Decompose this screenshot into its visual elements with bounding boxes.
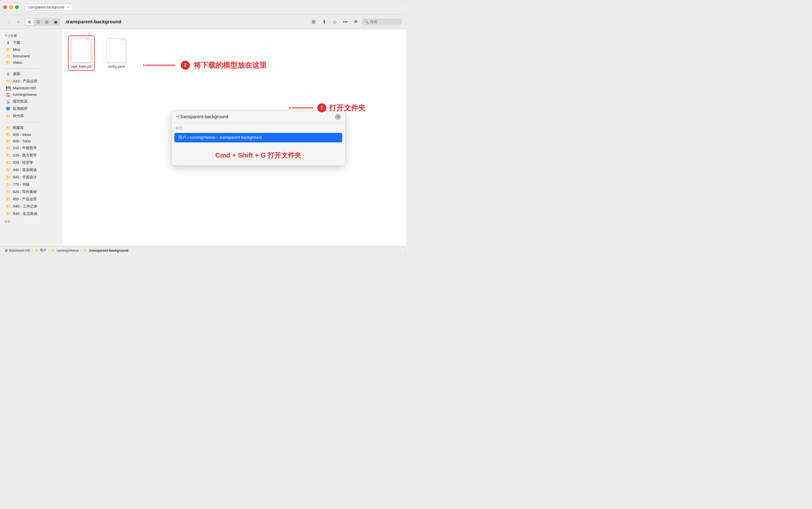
breadcrumb-label: .transparent-background	[89, 248, 128, 252]
grid-view-button[interactable]: ⊞	[25, 19, 34, 25]
sidebar-item-life[interactable]: 📁 B40 - 生活其他	[1, 210, 60, 217]
file-page-ckpt	[72, 38, 91, 62]
sidebar-item-macintosh[interactable]: 💾 Macintosh HD	[1, 85, 60, 91]
sidebar-item-label: 000 - ToDo	[13, 139, 31, 143]
close-button[interactable]	[3, 5, 7, 9]
breadcrumb-label: Macintosh HD	[9, 248, 30, 252]
apps-grid-icon: 🅐	[6, 107, 11, 111]
file-label-ckpt: ckpt_base.pth	[71, 65, 92, 69]
sidebar-item-desktop[interactable]: 🖥 桌面	[1, 70, 60, 77]
tag-button[interactable]: ◇	[330, 18, 339, 26]
sidebar-item-label: Video	[13, 60, 22, 65]
more-button[interactable]: •••	[341, 18, 350, 26]
folder-icon: 📁	[6, 146, 11, 150]
sidebar-item-runningcheese[interactable]: 🏠 runningcheese	[1, 91, 60, 98]
sidebar-item-video[interactable]: 📁 Video	[1, 59, 60, 66]
folder-icon: 📁	[6, 126, 11, 130]
traffic-lights	[3, 5, 19, 9]
home-icon: 🏠	[6, 93, 11, 97]
folder-icon: 📁	[6, 48, 11, 52]
tab-label: .transparent-background	[28, 5, 64, 9]
quicklook-button[interactable]: 👁	[352, 18, 360, 26]
sidebar-item-a10[interactable]: 📁 A10 - 产品运营	[1, 77, 60, 85]
file-page-config	[106, 38, 126, 62]
download-icon: ⬇	[6, 41, 11, 45]
sidebar-item-label: 110 - 中国哲学	[13, 145, 37, 150]
goto-input[interactable]	[175, 114, 332, 120]
minimize-button[interactable]	[9, 5, 13, 9]
sidebar-item-english[interactable]: 📁 440 - 英语阅读	[1, 166, 60, 174]
sidebar-item-label: 320 - 经济学	[13, 160, 33, 165]
search-box[interactable]: 🔍	[362, 19, 401, 25]
goto-close-button[interactable]: ✕	[335, 114, 341, 120]
sidebar-item-software[interactable]: 📁 软件库	[1, 112, 60, 120]
breadcrumb-label: runningcheese	[57, 248, 79, 252]
finder-window: .transparent-background ✕ ‹ › ⊞ ☰ ⊟ ▣	[0, 0, 406, 254]
sidebar-item-label: 档案库	[13, 125, 24, 130]
content-area: ckpt_base.pth config.yaml	[62, 29, 406, 246]
sidebar-item-document[interactable]: 📁 Document	[1, 53, 60, 59]
folder-icon: 📁	[6, 197, 11, 201]
apps-button[interactable]: ⊞	[309, 18, 318, 26]
titlebar: .transparent-background ✕	[0, 0, 406, 14]
forward-button[interactable]: ›	[14, 18, 23, 26]
file-ckpt[interactable]: ckpt_base.pth	[69, 36, 94, 70]
ellipsis-icon: •••	[343, 20, 348, 25]
sidebar-item-west-phil[interactable]: 📁 120 - 西方哲学	[1, 152, 60, 159]
annotation-badge-2: 2	[181, 61, 190, 70]
column-view-button[interactable]: ⊟	[43, 19, 51, 25]
back-button[interactable]: ‹	[4, 18, 12, 26]
sidebar-item-inbox[interactable]: 📁 000 - Inbox	[1, 132, 60, 138]
list-view-button[interactable]: ☰	[34, 19, 42, 25]
search-input[interactable]	[370, 20, 399, 24]
desktop-icon: 🖥	[6, 72, 11, 76]
chevron-left-icon: ‹	[8, 20, 9, 25]
folder-icon: 📁	[6, 190, 11, 194]
sidebar-item-label: 桌面	[13, 71, 20, 76]
page-title: .transparent-background	[65, 19, 307, 25]
sidebar-item-misc[interactable]: 📁 Misc	[1, 46, 60, 53]
sidebar-item-label: 软件库	[13, 113, 24, 118]
sidebar-item-work[interactable]: 📁 A40 - 工作记录	[1, 203, 60, 210]
sidebar-item-apps[interactable]: 🅐 应用程序	[1, 105, 60, 112]
folder-icon: 📁	[6, 212, 11, 216]
folder-icon: 📁	[6, 54, 11, 58]
gallery-view-button[interactable]: ▣	[51, 19, 60, 25]
sidebar-item-todo[interactable]: 📁 000 - ToDo	[1, 138, 60, 144]
folder-icon: 📁	[6, 175, 11, 179]
folder-icon: 📁	[6, 133, 11, 137]
goto-suggestion[interactable]: 用户 › runningcheese › .transparent-backgr…	[174, 133, 342, 142]
columns-icon: ⊟	[45, 20, 48, 24]
fullscreen-button[interactable]	[15, 5, 19, 9]
file-config[interactable]: config.yaml	[103, 36, 129, 70]
sidebar-item-label: 640 - 平面设计	[13, 175, 37, 180]
airdrop-icon: 📡	[6, 99, 11, 103]
annotation-text-2: 将下载的模型放在这里	[194, 60, 267, 70]
sidebar-item-label: 120 - 西方哲学	[13, 153, 37, 158]
breadcrumb-users[interactable]: 📁 用户	[35, 248, 47, 253]
goto-dialog: ✕ 前往: 用户 › runningcheese › .transparent-…	[171, 111, 345, 166]
sidebar-item-books[interactable]: 📁 770 - 书籍	[1, 181, 60, 188]
sidebar-item-product[interactable]: 📁 850 - 产品运营	[1, 196, 60, 203]
sidebar-item-label: Macintosh HD	[13, 86, 36, 90]
sidebar-item-cn-phil[interactable]: 📁 110 - 中国哲学	[1, 144, 60, 152]
sidebar-item-label: 应用程序	[13, 106, 28, 111]
sidebar-item-airdrop[interactable]: 📡 隔空投送	[1, 98, 60, 105]
share-button[interactable]: ⬆	[320, 18, 328, 26]
sidebar-item-design[interactable]: 📁 640 - 平面设计	[1, 174, 60, 181]
arrow-left-svg-1	[289, 103, 314, 113]
sidebar-item-downloads[interactable]: ⬇ 下载	[1, 39, 60, 46]
sidebar-item-writing[interactable]: 📁 820 - 写作素材	[1, 188, 60, 196]
tab-close-button[interactable]: ✕	[66, 5, 70, 9]
sidebar-item-econ[interactable]: 📁 320 - 经济学	[1, 159, 60, 166]
apps-icon: ⊞	[312, 19, 315, 25]
sidebar-item-archive[interactable]: 📁 档案库	[1, 124, 60, 132]
file-label-config: config.yaml	[108, 65, 125, 69]
breadcrumb-runningcheese[interactable]: 📁 runningcheese	[51, 248, 79, 252]
breadcrumb-current[interactable]: 📁 .transparent-background	[83, 248, 128, 252]
sidebar-section-tags: 标签	[0, 217, 62, 225]
annotation-badge-1: 1	[317, 103, 326, 112]
breadcrumb-macintosh[interactable]: 🖥 Macintosh HD	[4, 248, 30, 252]
active-tab[interactable]: .transparent-background ✕	[25, 4, 73, 11]
goto-label: 前往:	[172, 123, 345, 132]
